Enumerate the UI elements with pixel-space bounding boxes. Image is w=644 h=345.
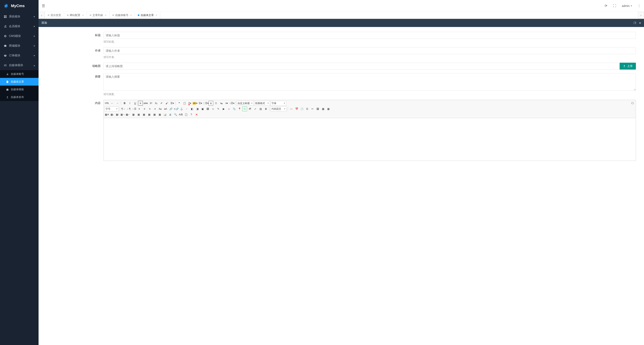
customstyle-select[interactable]: 自定义标题▼ [236,101,254,106]
justifyleft-button[interactable]: ≡ [137,106,142,111]
removeformat-button[interactable]: ✐ [159,101,164,106]
forecolor-button[interactable]: A▾ [187,101,192,106]
wordimage-button[interactable]: 🖼 [315,106,320,111]
tabs-scroll-right[interactable]: › [638,12,644,19]
close-icon[interactable]: ✕ [130,14,132,17]
rtl-button[interactable]: ←¶ [126,106,131,111]
tab-media-account[interactable]: 自媒体账号 ✕ [110,12,135,19]
close-icon[interactable]: ✕ [639,21,641,24]
imagenone-button[interactable]: ▫ [184,106,189,111]
indent-button[interactable]: →☰ [132,106,136,111]
superscript-button[interactable]: X² [148,101,154,106]
deleterow-button[interactable]: ▦↑ [115,112,120,117]
justifyright-button[interactable]: ≡ [147,106,152,111]
fullscreen-button[interactable]: 🖵 [630,101,635,106]
sidebar-item-cms[interactable]: CMS模块 ▾ [0,31,38,41]
insertorderedlist-button[interactable]: ☰▾ [198,101,203,106]
insertrow-button[interactable]: ▦↓ [110,112,115,117]
rowspacingbottom-button[interactable]: ≡▾ [224,101,229,106]
italic-button[interactable]: I [128,101,132,106]
paragraph-select[interactable]: 段落格式▼ [254,101,270,106]
print-button[interactable]: 🖨 [168,112,173,117]
charts-button[interactable]: 📊 [162,112,168,117]
close-icon[interactable]: ✕ [156,14,157,17]
fontsize-select[interactable]: 字号▼ [104,106,119,111]
redo-button[interactable]: → [115,101,120,106]
inserttable-button[interactable]: ▦ [320,106,326,111]
selectall-button[interactable]: a [208,101,213,106]
sidebar-item-media[interactable]: 自媒体模块 ▴ [0,60,38,70]
link-button[interactable]: 🔗 [168,106,173,111]
pagebreak-button[interactable]: ⤢ [253,106,258,111]
ltr-button[interactable]: ¶→ [121,106,126,111]
justifyjustify-button[interactable]: ≡ [152,106,158,111]
insertimage-button[interactable]: 🖼 [205,106,210,111]
summary-textarea[interactable] [104,73,636,91]
splitcells-button[interactable]: ▦ [147,112,152,117]
undo-button[interactable]: ← [110,101,115,106]
insertvideo-button[interactable]: ▶ [221,106,226,111]
insertframe-button[interactable]: 🗗 [248,106,252,111]
blockquote-button[interactable]: ❝ [177,101,182,106]
tabs-scroll-left[interactable]: ‹ [38,12,45,19]
date-button[interactable]: 📅 [294,106,299,111]
tolowercase-button[interactable]: aA [163,106,168,111]
pasteplain-button[interactable]: 📋 [182,101,187,106]
searchreplace-button[interactable]: A/B [178,112,183,117]
edittable-button[interactable]: ▦ [326,106,331,111]
user-menu[interactable]: admin ▾ [622,4,632,7]
author-input[interactable] [104,47,636,54]
source-button[interactable]: HTML [104,101,109,106]
gmap-button[interactable]: G [242,106,247,111]
imageright-button[interactable]: ◨ [195,106,200,111]
sub-item-media-template[interactable]: 自媒体模板 [0,86,38,93]
bold-button[interactable]: B [122,101,127,106]
expand-icon[interactable]: ❐ [634,21,636,24]
spechars-button[interactable]: Ω [305,106,310,111]
toggle-sidebar-icon[interactable]: ☰ [42,4,45,8]
mergedown-button[interactable]: ▦ [142,112,146,117]
tab-article-list[interactable]: 文章列表 ✕ [87,12,110,19]
fullscreen-icon[interactable]: ⛶ [613,4,616,8]
backcolor-button[interactable]: ab▾ [192,101,198,106]
deletecol-button[interactable]: ▦← [126,112,130,117]
insertunorderedlist-button[interactable]: ⋮☰▾ [203,101,208,106]
autotypeset-button[interactable]: ☰▾ [170,101,174,106]
touppercase-button[interactable]: Aᴀ [158,106,163,111]
sidebar-item-system[interactable]: 系统模块 ▾ [0,12,38,21]
imagecenter-button[interactable]: ▣ [200,106,205,111]
underline-button[interactable]: U [133,101,138,106]
anchor-button[interactable]: ⚓ [179,106,184,111]
attachment-button[interactable]: 📎 [232,106,236,111]
map-button[interactable]: 📍 [237,106,242,111]
tab-site-config[interactable]: 网站配置 ✕ [64,12,87,19]
sub-item-media-article[interactable]: 自媒体文章 [0,78,38,86]
fontfamily-select[interactable]: 字体▼ [270,101,286,106]
strikethrough-button[interactable]: ꜱᴛʀ [143,101,148,106]
insertcol-button[interactable]: ▦→ [120,112,125,117]
snapscreen-button[interactable]: ✂ [310,106,315,111]
sub-item-media-publish[interactable]: 自媒体发布 [0,93,38,101]
splitrows-button[interactable]: ▦ [152,112,157,117]
close-icon[interactable]: ✕ [82,14,84,17]
template-button[interactable]: ▤ [258,106,263,111]
codelang-select[interactable]: 代码语言▼ [270,106,287,111]
scrawl-button[interactable]: ✎ [216,106,221,111]
sidebar-item-shop[interactable]: 商城模块 ▾ [0,41,38,51]
drafts-button[interactable]: 📋 [184,112,188,117]
mergeright-button[interactable]: ▦ [136,112,141,117]
title-input[interactable] [104,32,636,39]
thumb-input[interactable] [104,63,620,69]
sidebar-item-member[interactable]: 会员模块 ▾ [0,21,38,31]
sub-item-media-account[interactable]: 自媒体账号 [0,70,38,78]
refresh-icon[interactable]: ⟳ [605,4,607,8]
background-button[interactable]: 🖥 [263,106,268,111]
time-button[interactable]: 🕐 [300,106,304,111]
preview-button[interactable]: 🔍 [173,112,178,117]
tab-home[interactable]: 后台首页 [45,12,64,19]
fontborder-button[interactable]: A [138,101,143,106]
close-icon[interactable]: ✕ [105,14,106,17]
unlink-button[interactable]: ⤫🔗 [174,106,178,111]
more-icon[interactable]: ⋮ [638,4,641,8]
lineheight-button[interactable]: ↕☰▾ [230,101,234,106]
